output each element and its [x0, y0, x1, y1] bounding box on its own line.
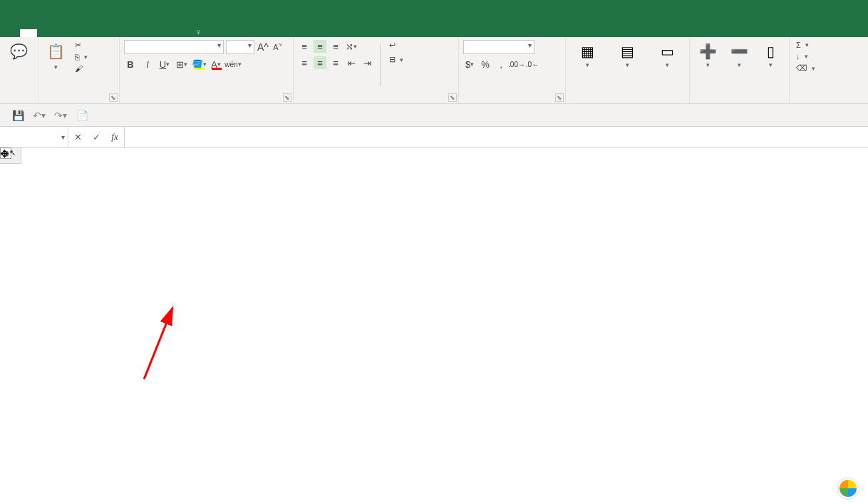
tab-review[interactable] — [123, 29, 140, 37]
format-cells-button[interactable]: ▯ — [758, 40, 784, 71]
paste-button[interactable]: 📋 — [43, 40, 68, 73]
orientation-button[interactable]: ⤭ — [345, 40, 358, 53]
cell-styles-button[interactable]: ▭ — [654, 40, 680, 71]
align-right-button[interactable]: ≡ — [329, 56, 342, 69]
group-clipboard: 📋 ✂ ⎘ 🖌 ⬊ — [38, 37, 120, 103]
fill-down-icon: ↓ — [796, 52, 800, 61]
fill-color-button[interactable]: 🪣 — [192, 58, 205, 71]
group-label-clipboard — [43, 99, 115, 102]
formula-input[interactable] — [125, 127, 868, 147]
comma-button[interactable]: , — [495, 58, 507, 71]
decrease-decimal-button[interactable]: .0← — [526, 58, 539, 71]
number-launcher[interactable]: ⬊ — [555, 93, 564, 102]
bold-button[interactable]: B — [124, 58, 137, 71]
tab-formulas[interactable] — [88, 29, 105, 37]
enter-formula-button[interactable]: ✓ — [87, 132, 105, 143]
grow-font-button[interactable]: A^ — [257, 41, 269, 53]
shrink-font-button[interactable]: A˅ — [272, 41, 284, 53]
clear-button[interactable]: ⌫ — [794, 63, 817, 73]
delete-cells-button[interactable]: ➖ — [726, 40, 752, 71]
tab-templates[interactable] — [37, 29, 54, 37]
group-label-wechat — [4, 99, 33, 102]
align-bottom-button[interactable]: ≡ — [329, 40, 342, 53]
autofill-options-button[interactable]: ⊞ — [0, 148, 11, 159]
wrap-icon: ↩ — [389, 41, 396, 50]
title-bar — [0, 0, 868, 19]
group-label-font — [124, 99, 289, 102]
redo-button[interactable]: ↷▾ — [53, 108, 68, 123]
format-painter-button[interactable]: 🖌 — [73, 63, 90, 73]
underline-button[interactable]: U — [158, 58, 171, 71]
indent-increase-button[interactable]: ⇥ — [361, 56, 373, 69]
insert-cells-button[interactable]: ➕ — [695, 40, 720, 71]
worksheet-grid[interactable]: ⊞ ✥↖ — [0, 148, 868, 490]
number-format-combo[interactable] — [463, 40, 534, 54]
group-cells: ➕ ➖ ▯ — [690, 37, 790, 103]
insert-function-button[interactable]: fx — [105, 131, 124, 143]
align-center-button[interactable]: ≡ — [314, 56, 326, 69]
font-launcher[interactable]: ⬊ — [283, 93, 291, 102]
indent-decrease-button[interactable]: ⇤ — [345, 56, 358, 69]
copy-button[interactable]: ⎘ — [73, 52, 90, 62]
alignment-launcher[interactable]: ⬊ — [448, 93, 457, 102]
tab-home[interactable] — [20, 29, 37, 37]
scissors-icon: ✂ — [75, 41, 81, 50]
annotation-arrow-icon — [133, 301, 183, 386]
align-middle-button[interactable]: ≡ — [314, 40, 326, 53]
font-name-combo[interactable] — [124, 40, 224, 54]
conditional-formatting-button[interactable]: ▦ — [575, 40, 601, 71]
quick-access-toolbar: 💾 ↶▾ ↷▾ 📄 — [0, 104, 868, 127]
table-style-icon: ▤ — [617, 41, 637, 61]
percent-button[interactable]: % — [479, 58, 492, 71]
group-number: $ % , .00→ .0← ⬊ — [459, 37, 566, 103]
sigma-icon: Σ — [796, 41, 801, 49]
tab-view[interactable] — [140, 29, 157, 37]
formula-bar-buttons: ✕ ✓ fx — [68, 127, 125, 147]
cond-format-icon: ▦ — [578, 41, 598, 61]
copy-icon: ⎘ — [75, 53, 80, 61]
ribbon: 💬 📋 ✂ ⎘ 🖌 ⬊ — [0, 37, 868, 104]
wrap-text-button[interactable]: ↩ — [387, 40, 405, 51]
tab-data[interactable] — [105, 29, 123, 37]
group-wechat: 💬 — [0, 37, 38, 103]
border-button[interactable]: ⊞ — [175, 58, 188, 71]
tab-insert[interactable] — [54, 29, 71, 37]
cut-button[interactable]: ✂ — [73, 40, 90, 51]
group-styles: ▦ ▤ ▭ — [566, 37, 690, 103]
fill-button[interactable]: ↓ — [794, 51, 817, 61]
cancel-formula-button[interactable]: ✕ — [68, 132, 87, 143]
merge-icon: ⊟ — [389, 55, 396, 64]
align-top-button[interactable]: ≡ — [298, 40, 311, 53]
tab-file[interactable] — [3, 29, 20, 37]
group-label-alignment — [298, 99, 454, 102]
italic-button[interactable]: I — [141, 58, 154, 71]
undo-button[interactable]: ↶▾ — [31, 108, 47, 123]
watermark — [838, 478, 862, 498]
accounting-button[interactable]: $ — [463, 58, 476, 71]
save-button[interactable]: 💾 — [10, 108, 26, 123]
formula-bar: ✕ ✓ fx — [0, 127, 868, 148]
tab-page-layout[interactable] — [71, 29, 88, 37]
font-color-button[interactable]: A — [210, 58, 222, 71]
send-to-wechat-button[interactable]: 💬 — [6, 40, 32, 63]
group-label-cells — [694, 99, 785, 102]
format-as-table-button[interactable]: ▤ — [614, 40, 640, 71]
tab-pdf[interactable] — [174, 29, 191, 37]
cell-style-icon: ▭ — [657, 41, 677, 61]
tab-developer[interactable] — [157, 29, 174, 37]
autosum-button[interactable]: Σ — [794, 40, 817, 50]
name-box[interactable] — [0, 127, 68, 147]
group-editing: Σ ↓ ⌫ — [790, 37, 868, 103]
ribbon-tabs: ♀ — [0, 19, 868, 37]
bulb-icon: ♀ — [195, 27, 202, 37]
align-left-button[interactable]: ≡ — [298, 56, 311, 69]
font-size-combo[interactable] — [226, 40, 254, 54]
svg-line-0 — [144, 308, 172, 379]
increase-decimal-button[interactable]: .00→ — [510, 58, 523, 71]
merge-center-button[interactable]: ⊟ — [387, 54, 405, 65]
clipboard-launcher[interactable]: ⬊ — [109, 93, 118, 102]
touch-mode-button[interactable]: 📄 — [74, 108, 90, 123]
tell-me[interactable]: ♀ — [195, 27, 205, 37]
watermark-logo-icon — [838, 478, 858, 498]
phonetic-button[interactable]: wén — [227, 58, 239, 71]
